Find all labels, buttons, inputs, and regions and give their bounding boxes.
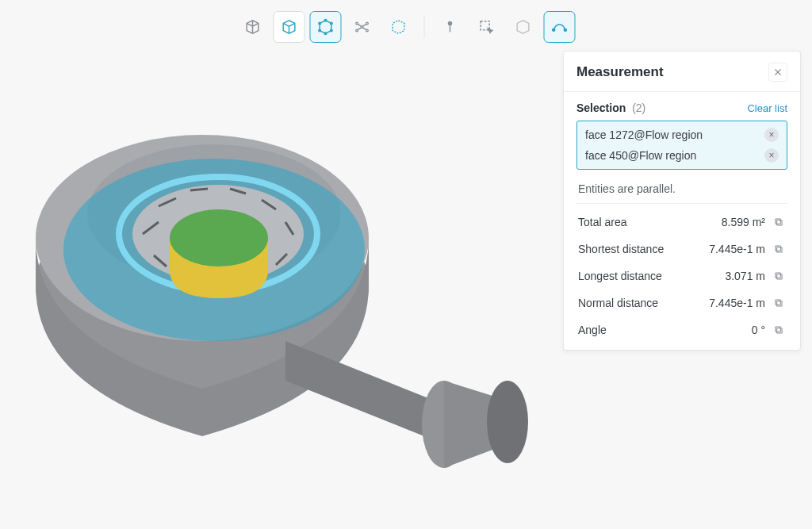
metric-row: Angle 0 °: [576, 316, 787, 343]
metric-label: Shortest distance: [578, 243, 664, 255]
svg-point-19: [170, 209, 268, 266]
panel-header: Measurement: [564, 52, 800, 92]
svg-line-15: [238, 276, 254, 279]
svg-rect-43: [776, 300, 780, 305]
svg-point-2: [422, 381, 466, 468]
svg-point-6: [119, 177, 317, 291]
remove-selection-icon[interactable]: ×: [764, 148, 779, 163]
shaded-cube-icon[interactable]: [237, 11, 269, 43]
svg-point-34: [553, 29, 555, 31]
copy-icon[interactable]: [772, 296, 786, 310]
metric-value: 8.599 m²: [722, 216, 765, 228]
close-icon[interactable]: [768, 63, 787, 82]
metric-value: 0 °: [752, 324, 765, 336]
metric-label: Longest distance: [578, 270, 662, 282]
svg-rect-38: [777, 247, 782, 252]
svg-rect-37: [776, 219, 780, 224]
svg-point-5: [63, 159, 365, 341]
metric-value: 7.445e-1 m: [709, 297, 765, 309]
svg-rect-32: [450, 25, 450, 32]
svg-point-25: [319, 22, 321, 25]
copy-icon[interactable]: [772, 323, 786, 337]
svg-line-16: [189, 274, 206, 279]
svg-point-22: [331, 29, 333, 32]
copy-icon[interactable]: [772, 215, 786, 229]
hidden-cube-icon[interactable]: [508, 11, 539, 43]
svg-line-9: [159, 198, 176, 206]
selection-header: Selection (2) Clear list: [576, 102, 787, 114]
selection-item[interactable]: face 1272@Flow region ×: [582, 125, 782, 145]
toolbar-separator: [424, 16, 425, 38]
metric-label: Angle: [578, 324, 607, 336]
measurement-panel: Measurement Selection (2) Clear list fac…: [563, 51, 801, 351]
metric-row: Total area 8.599 m²: [576, 209, 787, 236]
svg-line-14: [276, 254, 287, 265]
svg-line-12: [262, 200, 276, 209]
svg-point-35: [564, 29, 566, 31]
svg-point-7: [132, 185, 304, 283]
svg-line-11: [230, 189, 246, 194]
selection-box: face 1272@Flow region × face 450@Flow re…: [576, 121, 787, 170]
svg-point-3: [487, 381, 528, 463]
svg-line-17: [154, 255, 167, 266]
svg-line-10: [190, 189, 208, 190]
transparent-cube-icon[interactable]: [383, 11, 415, 43]
copy-icon[interactable]: [772, 242, 786, 256]
svg-point-4: [87, 144, 341, 284]
svg-point-1: [36, 135, 369, 341]
wire-cube-icon[interactable]: [274, 11, 305, 43]
svg-rect-36: [777, 220, 782, 225]
metric-label: Total area: [578, 216, 626, 228]
panel-body: Selection (2) Clear list face 1272@Flow …: [564, 92, 800, 350]
metric-row: Longest distance 3.071 m: [576, 263, 787, 289]
clear-list-link[interactable]: Clear list: [747, 102, 787, 114]
selection-item[interactable]: face 450@Flow region ×: [582, 145, 782, 166]
pin-icon[interactable]: [435, 11, 466, 43]
svg-line-8: [143, 222, 159, 234]
measure-icon[interactable]: [544, 11, 576, 43]
svg-point-23: [324, 33, 327, 35]
svg-point-0: [36, 182, 369, 389]
svg-point-20: [324, 19, 327, 21]
svg-line-13: [285, 222, 293, 235]
selection-item-label: face 1272@Flow region: [585, 128, 703, 141]
metric-value: 7.445e-1 m: [709, 243, 765, 255]
svg-point-18: [170, 241, 268, 298]
panel-title: Measurement: [576, 64, 664, 80]
remove-selection-icon[interactable]: ×: [764, 128, 779, 142]
svg-rect-40: [777, 274, 782, 279]
parallel-note: Entities are parallel.: [576, 178, 787, 204]
box-select-icon[interactable]: [310, 11, 342, 43]
svg-point-24: [319, 29, 321, 32]
nodes-icon[interactable]: [347, 11, 378, 43]
svg-rect-45: [776, 327, 780, 332]
marquee-select-icon[interactable]: [471, 11, 503, 43]
svg-point-21: [331, 22, 333, 25]
svg-rect-41: [776, 273, 780, 278]
svg-rect-39: [776, 246, 780, 251]
app-root: Measurement Selection (2) Clear list fac…: [0, 0, 812, 529]
metric-row: Shortest distance 7.445e-1 m: [576, 236, 787, 263]
svg-rect-44: [777, 328, 782, 333]
metric-label: Normal distance: [578, 297, 658, 309]
metric-row: Normal distance 7.445e-1 m: [576, 289, 787, 316]
copy-icon[interactable]: [772, 269, 786, 283]
selection-label: Selection: [576, 102, 626, 114]
svg-rect-42: [777, 301, 782, 306]
selection-count: (2): [632, 102, 645, 114]
metric-value: 3.071 m: [725, 270, 765, 282]
selection-item-label: face 450@Flow region: [585, 149, 696, 162]
view-toolbar: [237, 11, 576, 43]
